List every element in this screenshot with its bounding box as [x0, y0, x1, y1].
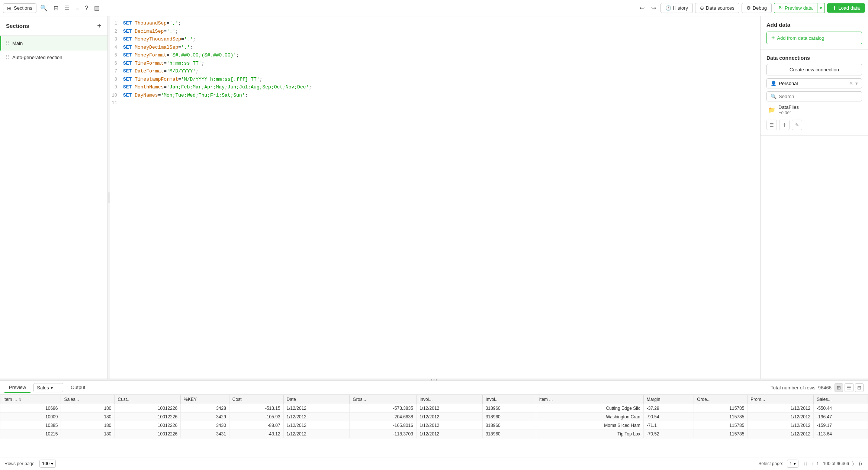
help-icon-button[interactable]: ?	[83, 3, 90, 13]
add-section-button[interactable]: +	[97, 22, 102, 30]
folder-edit-icon-button[interactable]: ✎	[792, 120, 802, 130]
pagination-nav: ⟨⟨ ⟨ 1 - 100 of 96466 ⟩ ⟩⟩	[802, 460, 864, 467]
history-icon: 🕐	[665, 5, 671, 11]
col-header-item2[interactable]: Item ...	[536, 395, 643, 404]
table-cell: 1/12/2012	[283, 404, 350, 413]
bottom-toolbar: Preview Sales ▾ Output Total number of r…	[0, 381, 868, 395]
drag-handle-icon-2: ⠿	[6, 54, 9, 60]
table-cell: 318960	[482, 421, 536, 430]
col-header-gros[interactable]: Gros...	[350, 395, 416, 404]
sidebar-item-autogen-label: Auto-generated section	[12, 55, 103, 60]
col-header-pkey[interactable]: %KEY	[181, 395, 229, 404]
redo-button[interactable]: ↪	[649, 3, 658, 13]
search-input[interactable]	[779, 94, 858, 99]
table-cell: -37.29	[643, 404, 694, 413]
history-button[interactable]: 🕐 History	[660, 3, 693, 13]
grid-view-button[interactable]: ⊞	[835, 383, 843, 392]
table-cell: 3429	[181, 413, 229, 421]
sidebar-item-main[interactable]: ⠿ Main 🗑	[0, 36, 107, 51]
code-editor[interactable]: 1 SET ThousandSep=','; 2 SET DecimalSep=…	[110, 16, 760, 379]
next-page-button[interactable]: ⟩	[851, 460, 855, 467]
table-cell: 3428	[181, 404, 229, 413]
prev-page-button[interactable]: ⟨	[810, 460, 815, 467]
table-cell: -204.6638	[350, 413, 416, 421]
chevron-down-icon: ▾	[855, 81, 858, 86]
code-line-4: 4 SET MoneyDecimalSep='.';	[110, 43, 760, 52]
sections-button[interactable]: ⊞ Sections	[3, 3, 36, 13]
vertical-resize-handle[interactable]	[108, 16, 110, 379]
list-view-button[interactable]: ☰	[845, 383, 853, 392]
view-icons: ⊞ ☰ ⊟	[835, 383, 864, 392]
output-tab[interactable]: Output	[66, 383, 90, 393]
table-cell: -105.93	[229, 413, 283, 421]
col-header-margin[interactable]: Margin	[643, 395, 694, 404]
col-header-orde[interactable]: Orde...	[694, 395, 748, 404]
folder-select-icon-button[interactable]: ☰	[766, 120, 777, 130]
code-line-2: 2 SET DecimalSep='.';	[110, 27, 760, 36]
page-count: 1 - 100 of 96466	[817, 461, 849, 466]
table-cell: 180	[61, 421, 115, 430]
total-rows-label: Total number of rows: 96466	[771, 385, 832, 390]
table-cell: 1/12/2012	[416, 421, 482, 430]
main-area: Sections + ⠿ Main 🗑 ⠿ Auto-generated sec…	[0, 16, 868, 379]
search-box[interactable]: 🔍	[766, 91, 862, 101]
code-line-1: 1 SET ThousandSep=',';	[110, 19, 760, 27]
table-selector[interactable]: Sales ▾	[33, 383, 63, 392]
sidebar-item-autogen[interactable]: ⠿ Auto-generated section	[0, 51, 107, 64]
sidebar-header: Sections +	[0, 16, 107, 36]
select-page-selector[interactable]: 1 ▾	[787, 460, 798, 468]
data-sources-button[interactable]: ⊕ Data sources	[695, 3, 739, 13]
col-header-sales1[interactable]: Sales...	[61, 395, 115, 404]
add-data-section: Add data + Add from data catalog	[761, 16, 868, 50]
table-cell: 10012226	[115, 413, 181, 421]
col-header-date[interactable]: Date	[283, 395, 350, 404]
preview-tab[interactable]: Preview	[4, 383, 30, 393]
col-header-prom[interactable]: Prom...	[748, 395, 814, 404]
folder-upload-icon-button[interactable]: ⬆	[779, 120, 790, 130]
col-header-cust[interactable]: Cust...	[115, 395, 181, 404]
table-cell: -43.12	[229, 430, 283, 438]
rows-per-page-label: Rows per page:	[4, 461, 36, 466]
rows-per-page-selector[interactable]: 100 100 ▾	[39, 460, 56, 468]
col-header-item1[interactable]: Item ...⇅	[0, 395, 61, 404]
table-cell: 10012226	[115, 430, 181, 438]
search-icon-button[interactable]: 🔍	[38, 3, 50, 13]
table-cell: Tip Top Lox	[536, 430, 643, 438]
col-header-invoi2[interactable]: Invoi...	[482, 395, 536, 404]
add-from-catalog-button[interactable]: + Add from data catalog	[766, 32, 862, 44]
format-icon-button[interactable]: ⊟	[51, 3, 61, 13]
col-header-cost[interactable]: Cost	[229, 395, 283, 404]
table-header-row: Item ...⇅ Sales... Cust... %KEY Cost Dat…	[0, 395, 868, 404]
drag-handle-icon: ⠿	[6, 40, 9, 46]
table-cell: 10696	[0, 404, 61, 413]
rows-dropdown-icon: ▾	[51, 461, 53, 466]
debug-button[interactable]: ⚙ Debug	[742, 3, 772, 13]
create-connection-button[interactable]: Create new connection	[766, 64, 862, 75]
preview-data-dropdown[interactable]: ▾	[817, 3, 825, 13]
table-cell: 115785	[694, 421, 748, 430]
first-page-button[interactable]: ⟨⟨	[802, 460, 809, 467]
table-cell: 1/12/2012	[748, 430, 814, 438]
table-cell: -196.47	[814, 413, 868, 421]
bottom-panel: Preview Sales ▾ Output Total number of r…	[0, 381, 868, 470]
outdent-icon-button[interactable]: ≡	[73, 3, 81, 13]
snippet-icon-button[interactable]: ▤	[92, 3, 102, 13]
load-data-button[interactable]: ⬆ Load data	[827, 3, 865, 13]
connection-selector[interactable]: 👤 Personal ✕ ▾	[766, 78, 862, 88]
editor-area: 1 SET ThousandSep=','; 2 SET DecimalSep=…	[110, 16, 760, 379]
data-table: Item ...⇅ Sales... Cust... %KEY Cost Dat…	[0, 395, 868, 438]
column-view-button[interactable]: ⊟	[855, 383, 864, 392]
table-cell: Moms Sliced Ham	[536, 421, 643, 430]
table-cell: 318960	[482, 430, 536, 438]
select-page-label: Select page:	[758, 461, 783, 466]
folder-item[interactable]: 📁 DataFiles Folder	[766, 101, 862, 118]
table-cell: 115785	[694, 404, 748, 413]
col-header-invoi1[interactable]: Invoi...	[416, 395, 482, 404]
col-header-sales2[interactable]: Sales...	[814, 395, 868, 404]
indent-icon-button[interactable]: ☰	[62, 3, 72, 13]
table-cell: 318960	[482, 404, 536, 413]
last-page-button[interactable]: ⟩⟩	[857, 460, 864, 467]
sidebar: Sections + ⠿ Main 🗑 ⠿ Auto-generated sec…	[0, 16, 108, 379]
undo-button[interactable]: ↩	[637, 3, 647, 13]
preview-data-button[interactable]: ↻ Preview data	[774, 3, 817, 13]
